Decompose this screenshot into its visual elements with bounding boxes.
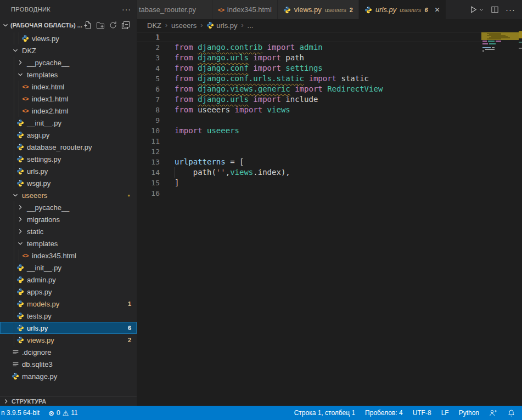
tab-index345.html[interactable]: <>index345.html [212,0,278,19]
code-token: from [175,84,198,93]
explorer-more-actions-icon[interactable]: ··· [122,5,131,14]
breadcrumb-item-DKZ[interactable]: DKZ [147,21,161,30]
tree-indent-guide [14,56,14,69]
tree-indent-guide [14,334,14,346]
tree-file-wsgi.py[interactable]: wsgi.py [0,177,137,189]
tree-file-models.py[interactable]: models.py1 [0,298,137,310]
new-file-icon[interactable] [83,21,92,30]
code-line-14[interactable]: 14 path('',views.index), [137,167,522,178]
run-icon[interactable] [469,5,484,14]
problems-status[interactable]: ⊗ 0 ⚠ 11 [48,409,78,417]
refresh-icon[interactable] [109,21,117,30]
tree-folder-__pycache__[interactable]: __pycache__ [0,201,137,213]
code-line-13[interactable]: 13urlpatterns = [ [137,157,522,167]
python-version-status[interactable]: n 3.9.5 64-bit [1,409,40,417]
tree-file-db.sqlite3[interactable]: db.sqlite3 [0,358,137,370]
code-line-15[interactable]: 15] [137,178,522,188]
tree-file-index1.html[interactable]: <>index1.html [0,93,137,105]
code-line-8[interactable]: 8from useeers import views [137,105,522,115]
python-icon [283,6,291,14]
code-token [290,84,295,93]
code-line-6[interactable]: 6from django.views.generic import Redire… [137,84,522,94]
encoding-status[interactable]: UTF-8 [413,409,431,417]
tree-file-views.py[interactable]: views.py [0,32,137,44]
tree-file-views.py[interactable]: views.py2 [0,334,137,346]
cursor-position-status[interactable]: Строка 1, столбец 1 [294,409,355,417]
collapse-all-icon[interactable] [121,21,130,30]
code-line-5[interactable]: 5from django.conf.urls.static import sta… [137,73,522,84]
close-icon[interactable]: ✕ [435,6,440,14]
code-line-4[interactable]: 4from django.conf import settings [137,63,522,73]
indentation-status[interactable]: Пробелов: 4 [365,409,403,417]
tab-urls.py[interactable]: urls.pyuseeers6✕ [359,0,446,19]
code-line-12[interactable]: 12 [137,146,522,157]
code-token: django.urls [198,95,249,104]
tree-file-__init__.py[interactable]: __init__.py [0,117,137,129]
more-actions-icon[interactable]: ··· [506,5,515,14]
tree-file-tests.py[interactable]: tests.py [0,310,137,322]
tree-file-database_roouter.py[interactable]: database_roouter.py [0,141,137,153]
tree-file-index345.html[interactable]: <>index345.html [0,249,137,262]
language-status[interactable]: Python [459,409,479,417]
code-line-2[interactable]: 2from django.contrib import admin [137,42,522,53]
python-icon [11,372,20,381]
python-icon [16,179,25,188]
tree-file-urls.py[interactable]: urls.py [0,165,137,177]
error-count: 0 [57,409,60,417]
tree-folder-static[interactable]: static [0,225,137,237]
feedback-icon[interactable] [489,409,497,417]
file-icon [11,348,20,356]
breadcrumb: DKZ›useeers› urls.py›... [137,19,522,31]
tree-file-apps.py[interactable]: apps.py [0,286,137,298]
code-text: from django.conf import settings [175,63,323,73]
tree-indent-guide [14,177,14,189]
code-line-9[interactable]: 9 [137,115,522,126]
code-line-16[interactable]: 16 [137,188,522,198]
code-line-11[interactable]: 11 [137,136,522,146]
tree-file-index.html[interactable]: <>index.html [0,81,137,93]
code-token: from [175,53,198,62]
tree-file-.dcignore[interactable]: .dcignore [0,346,137,358]
tree-folder-DKZ[interactable]: DKZ [0,44,137,56]
code-line-10[interactable]: 10import useeers [137,126,522,136]
tree-folder-__pycache__[interactable]: __pycache__ [0,56,137,69]
code-editor[interactable]: 12from django.contrib import admin3from … [137,31,522,406]
code-text: from django.urls import path [175,53,304,63]
tree-file-manage.py[interactable]: manage.py [0,370,137,382]
tab-tabase_roouter.py[interactable]: tabase_roouter.py [137,0,212,19]
bell-icon[interactable] [507,409,515,417]
code-line-7[interactable]: 7from django.urls import include [137,94,522,105]
tree-file-asgi.py[interactable]: asgi.py [0,129,137,141]
tree-folder-templates[interactable]: templates [0,69,137,81]
workspace-section-header[interactable]: (РАБОЧАЯ ОБЛАСТЬ) ... [0,19,137,31]
tree-folder-migrations[interactable]: migrations [0,213,137,225]
tree-file-admin.py[interactable]: admin.py [0,274,137,286]
code-token: admin [295,43,323,52]
tree-file-__init__.py[interactable]: __init__.py [0,262,137,274]
tree-file-settings.py[interactable]: settings.py [0,153,137,165]
breadcrumb-item-useeers[interactable]: useeers [171,21,197,30]
tree-item-label: __init__.py [27,264,61,272]
tree-folder-useeers[interactable]: useeers● [0,189,137,201]
code-token: from [175,43,198,52]
tree-file-index2.html[interactable]: <>index2.html [0,105,137,117]
tree-item-label: models.py [27,300,59,308]
code-token: import [253,53,281,62]
code-token: useeers [203,126,239,135]
html-icon: <> [21,251,30,260]
code-line-3[interactable]: 3from django.urls import path [137,53,522,63]
tab-views.py[interactable]: views.pyuseeers2 [278,0,359,19]
split-editor-icon[interactable] [491,5,499,14]
tree-item-label: views.py [32,35,59,43]
tree-file-urls.py[interactable]: urls.py6 [0,322,137,334]
breadcrumb-item-urls.py[interactable]: urls.py [206,21,237,30]
error-icon: ⊗ [48,409,54,417]
code-token: useeers [198,105,234,114]
new-folder-icon[interactable] [96,21,105,30]
tree-folder-templates[interactable]: templates [0,237,137,249]
breadcrumb-item-...[interactable]: ... [248,21,254,30]
eol-status[interactable]: LF [441,409,449,417]
outline-section-header[interactable]: СТРУКТУРА [0,396,137,406]
tree-item-label: views.py [27,336,54,344]
code-line-1[interactable]: 1 [137,32,522,42]
